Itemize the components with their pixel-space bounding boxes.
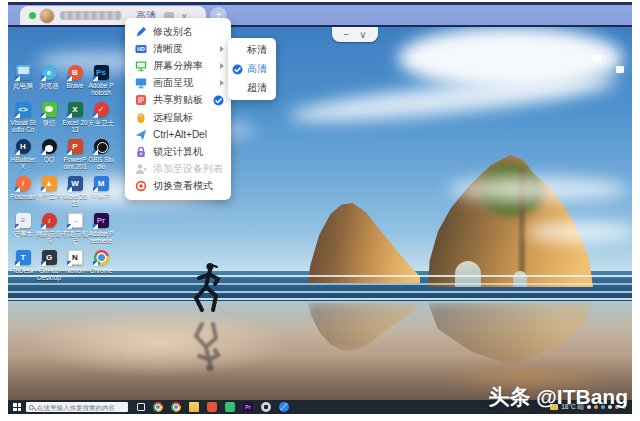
- session-dropdown-menu: 修改别名HD清晰度屏幕分辨率画面呈现共享剪贴板远程鼠标Ctrl+Alt+Del锁…: [125, 18, 231, 200]
- chrome-icon: [94, 250, 109, 265]
- menu-item-label: 画面呈现: [153, 76, 193, 90]
- desktop-icon-todesk[interactable]: TToDesk: [10, 250, 36, 287]
- menu-item-label: 屏幕分辨率: [153, 59, 203, 73]
- taskbar-buttons: Pr: [137, 402, 289, 412]
- session-toolbar-handle[interactable]: − ∨: [332, 27, 378, 42]
- desktop-icon-photoshop[interactable]: PsAdobe Photosho..: [88, 65, 114, 102]
- desktop-icon-obs-studio[interactable]: OBS Studio: [88, 139, 114, 176]
- desktop-icon-word[interactable]: WWord 2013: [62, 176, 88, 213]
- menu-item-label: 清晰度: [153, 42, 183, 56]
- cloud: [526, 223, 632, 241]
- desktop-icon-label: Excel 2013: [62, 119, 88, 133]
- taskbar-search[interactable]: [26, 402, 128, 412]
- desktop-icon-label: Postman: [10, 193, 36, 200]
- desktop-icon-wechat[interactable]: 微信: [36, 102, 62, 139]
- menu-item-label: 远程鼠标: [153, 111, 193, 125]
- search-input[interactable]: [37, 404, 125, 411]
- wave-foam: [8, 291, 632, 293]
- submenu-arrow-icon: [220, 46, 224, 52]
- start-button[interactable]: [8, 400, 26, 414]
- submenu-item-ultra[interactable]: 超清: [228, 78, 276, 97]
- titlebar: 高清 × +: [8, 2, 632, 27]
- menu-item-lock-pc[interactable]: 锁定计算机: [125, 143, 231, 160]
- taskbar-chrome-button[interactable]: [153, 402, 163, 412]
- remote-desktop-screen[interactable]: 此电脑e浏览器BBravePsAdobe Photosho..<>Visual …: [8, 27, 632, 400]
- checked-icon: [213, 95, 224, 106]
- desktop-icon-label: ToDesk: [10, 267, 36, 274]
- desktop-icon-label: HBuilderX: [10, 156, 36, 170]
- vscode-icon: <>: [16, 102, 31, 117]
- clipboard-icon: [135, 94, 147, 106]
- desktop-icon-label: Adobe Premiere: [88, 230, 114, 244]
- submenu-item-hd[interactable]: 高清: [228, 60, 276, 79]
- desktop-icon-netease-music[interactable]: ♪网易云音乐: [36, 213, 62, 250]
- desktop-icon-excel[interactable]: XExcel 2013: [62, 102, 88, 139]
- cloud-drive-icon: M: [94, 176, 109, 191]
- desktop-icon-github-desktop[interactable]: GGitHub Desktop: [36, 250, 62, 287]
- submenu-item-label: 超清: [247, 81, 267, 95]
- desktop-icon-hbuilder[interactable]: HHBuilderX: [10, 139, 36, 176]
- desktop-icon-youdao[interactable]: →有道云笔记: [62, 213, 88, 250]
- taskbar-brave-button[interactable]: [207, 402, 217, 412]
- minimize-icon[interactable]: −: [343, 30, 349, 40]
- desktop-icon-premiere[interactable]: PrAdobe Premiere: [88, 213, 114, 250]
- menu-item-render-mode[interactable]: 画面呈现: [125, 75, 231, 92]
- desktop-file-icon: [593, 55, 601, 62]
- github-desktop-icon: G: [42, 250, 57, 265]
- taskbar-browser-2-button[interactable]: [171, 402, 181, 412]
- submenu-item-sd[interactable]: 标清: [228, 41, 276, 60]
- desktop-icon-browser[interactable]: e浏览器: [36, 65, 62, 102]
- desktop-icon-qq[interactable]: QQ: [36, 139, 62, 176]
- menu-item-label: Ctrl+Alt+Del: [153, 129, 207, 140]
- checked-icon: [232, 64, 243, 75]
- menu-item-resolution[interactable]: 屏幕分辨率: [125, 57, 231, 74]
- taskbar-premiere-button[interactable]: Pr: [243, 402, 253, 412]
- taskbar-settings-button[interactable]: [261, 402, 271, 412]
- taskbar-todesk-button[interactable]: [279, 402, 289, 412]
- activator-icon: ▲: [42, 176, 57, 191]
- todesk-icon: T: [16, 250, 31, 265]
- desktop-icon-brave[interactable]: BBrave: [62, 65, 88, 102]
- qq-icon: [42, 139, 57, 154]
- desktop-icon-vscode[interactable]: <>Visual Studio Code: [10, 102, 36, 139]
- lock-icon: [135, 146, 147, 158]
- desktop-icon-this-pc[interactable]: 此电脑: [10, 65, 36, 102]
- wechat-icon: [42, 102, 57, 117]
- powerpoint-icon: P: [68, 139, 83, 154]
- desktop-icon-label: 安全卫士: [88, 119, 114, 126]
- taskbar-green-app-button[interactable]: [225, 402, 235, 412]
- desktop-icon-label: PowerPoint 2013: [62, 156, 88, 170]
- desktop-icon-label: 蓝奏云: [88, 193, 114, 200]
- taskbar-file-explorer-button[interactable]: [189, 402, 199, 412]
- menu-item-label: 修改别名: [153, 25, 193, 39]
- menu-item-clipboard[interactable]: 共享剪贴板: [125, 92, 231, 109]
- collapse-icon[interactable]: ∨: [359, 30, 366, 40]
- submenu-item-label: 高清: [247, 62, 267, 76]
- desktop-icon-label: 激活工具: [36, 193, 62, 200]
- taskbar-task-view-button[interactable]: [137, 403, 145, 411]
- desktop-icon-notes[interactable]: ≡记事本: [10, 213, 36, 250]
- desktop-icon-label: GitHub Desktop: [36, 267, 62, 281]
- menu-item-clarity[interactable]: HD清晰度: [125, 40, 231, 57]
- brave-icon: B: [68, 65, 83, 80]
- hbuilder-icon: H: [16, 139, 31, 154]
- desktop-icon-chrome[interactable]: Chrome: [88, 250, 114, 287]
- menu-item-rename[interactable]: 修改别名: [125, 23, 231, 40]
- menu-item-ctrl-alt-del[interactable]: Ctrl+Alt+Del: [125, 126, 231, 143]
- obs-studio-icon: [94, 139, 109, 154]
- desktop-icon-postman[interactable]: /Postman: [10, 176, 36, 213]
- desktop-icon-security-check[interactable]: ✓安全卫士: [88, 102, 114, 139]
- menu-item-add-device[interactable]: 添加至设备列表: [125, 161, 231, 178]
- desktop-icon-label: QQ: [36, 156, 62, 163]
- desktop-icon-powerpoint[interactable]: PPowerPoint 2013: [62, 139, 88, 176]
- remote-desktop-window: 高清 × +: [8, 2, 632, 414]
- menu-item-remote-mouse[interactable]: 远程鼠标: [125, 109, 231, 126]
- desktop-icon-notion[interactable]: NNotion: [62, 250, 88, 287]
- word-icon: W: [68, 176, 83, 191]
- menu-item-view-mode[interactable]: 切换查看模式: [125, 178, 231, 195]
- desktop-icon-cloud-drive[interactable]: M蓝奏云: [88, 176, 114, 213]
- desktop-icon-activator[interactable]: ▲激活工具: [36, 176, 62, 213]
- menu-item-label: 添加至设备列表: [153, 162, 223, 176]
- desktop-icon-label: OBS Studio: [88, 156, 114, 170]
- photoshop-icon: Ps: [94, 65, 109, 80]
